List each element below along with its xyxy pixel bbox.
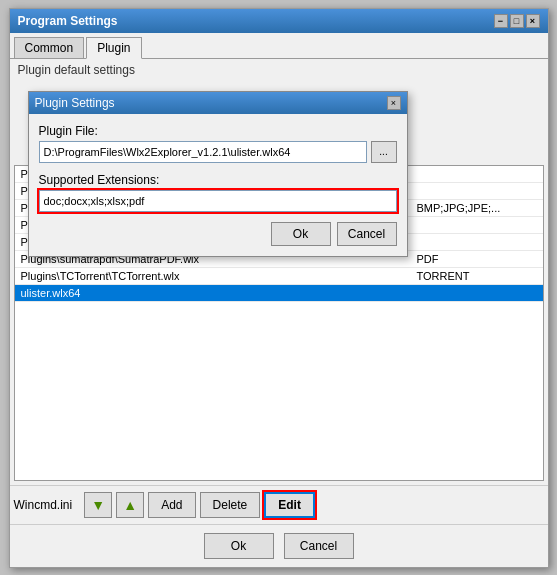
- minimize-btn[interactable]: −: [494, 14, 508, 28]
- maximize-btn[interactable]: □: [510, 14, 524, 28]
- plugin-settings-dialog: Plugin Settings × Plugin File: ... Suppo…: [28, 91, 408, 257]
- dialog-close-icon[interactable]: ×: [387, 96, 401, 110]
- section-label: Plugin default settings: [10, 59, 548, 81]
- table-row[interactable]: Plugins\TCTorrent\TCTorrent.wlx TORRENT: [15, 268, 543, 285]
- dialog-buttons: Ok Cancel: [39, 222, 397, 246]
- bottom-toolbar: Wincmd.ini ▼ ▲ Add Delete Edit: [10, 485, 548, 524]
- move-up-button[interactable]: ▲: [116, 492, 144, 518]
- plugin-file-label: Plugin File:: [39, 124, 397, 138]
- ini-label: Wincmd.ini: [14, 498, 73, 512]
- ok-cancel-row: Ok Cancel: [10, 524, 548, 567]
- dialog-ok-button[interactable]: Ok: [271, 222, 331, 246]
- delete-button[interactable]: Delete: [200, 492, 261, 518]
- plugin-path: Plugins\TCTorrent\TCTorrent.wlx: [21, 270, 417, 282]
- cancel-button[interactable]: Cancel: [284, 533, 354, 559]
- dialog-body: Plugin File: ... Supported Extensions: O…: [29, 114, 407, 256]
- ok-button[interactable]: Ok: [204, 533, 274, 559]
- tabs-bar: Common Plugin: [10, 33, 548, 59]
- dialog-cancel-button[interactable]: Cancel: [337, 222, 397, 246]
- program-settings-window: Program Settings − □ × Common Plugin Plu…: [9, 8, 549, 568]
- plugin-file-input[interactable]: [39, 141, 367, 163]
- close-btn[interactable]: ×: [526, 14, 540, 28]
- plugin-ext: BMP;JPG;JPE;...: [417, 202, 537, 214]
- main-content: Plugin Settings × Plugin File: ... Suppo…: [10, 81, 548, 485]
- title-bar: Program Settings − □ ×: [10, 9, 548, 33]
- plugin-ext: PDF: [417, 253, 537, 265]
- plugin-file-field: Plugin File: ...: [39, 124, 397, 163]
- window-title: Program Settings: [18, 14, 118, 28]
- edit-button[interactable]: Edit: [264, 492, 315, 518]
- plugin-ext: TORRENT: [417, 270, 537, 282]
- tab-plugin[interactable]: Plugin: [86, 37, 141, 59]
- table-row-selected[interactable]: ulister.wlx64: [15, 285, 543, 302]
- extensions-field: Supported Extensions:: [39, 173, 397, 212]
- tab-common[interactable]: Common: [14, 37, 85, 58]
- add-button[interactable]: Add: [148, 492, 195, 518]
- extensions-label: Supported Extensions:: [39, 173, 397, 187]
- extensions-input[interactable]: [39, 190, 397, 212]
- dialog-title-bar: Plugin Settings ×: [29, 92, 407, 114]
- plugin-path: ulister.wlx64: [21, 287, 417, 299]
- browse-button[interactable]: ...: [371, 141, 397, 163]
- plugin-file-input-row: ...: [39, 141, 397, 163]
- dialog-title: Plugin Settings: [35, 96, 115, 110]
- title-bar-buttons: − □ ×: [494, 14, 540, 28]
- move-down-button[interactable]: ▼: [84, 492, 112, 518]
